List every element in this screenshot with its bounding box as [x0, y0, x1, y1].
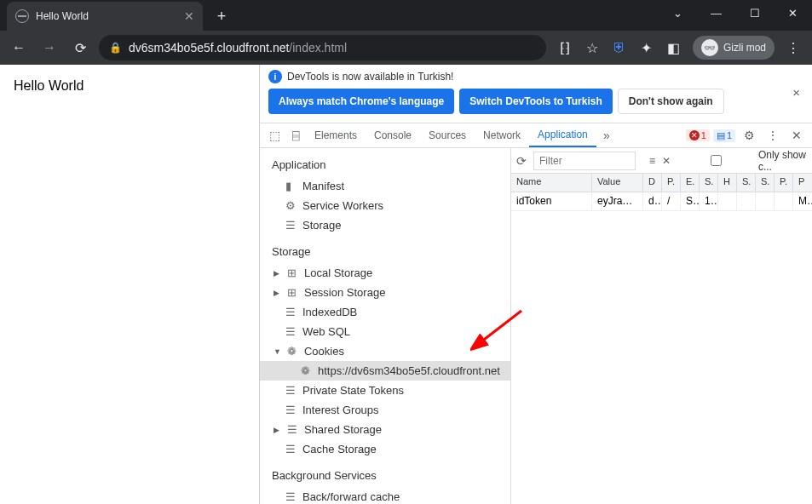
td-p: /: [662, 192, 681, 210]
th-value[interactable]: Value: [592, 174, 643, 192]
tab-network[interactable]: Network: [475, 123, 529, 147]
device-toggle-icon[interactable]: ⌸: [285, 129, 306, 142]
banner-text: DevTools is now available in Turkish!: [287, 71, 453, 83]
translate-icon[interactable]: ⁅⁆: [556, 39, 573, 56]
more-tabs-icon[interactable]: »: [596, 129, 617, 142]
sidebar-back-forward[interactable]: ☰Back/forward cache: [260, 487, 510, 504]
cookie-icon: ❁: [301, 364, 313, 377]
devtools-banner: i DevTools is now available in Turkish! …: [260, 65, 812, 89]
th-p3[interactable]: P: [793, 174, 812, 192]
sidebar-local-storage[interactable]: ▶⊞Local Storage: [260, 263, 510, 283]
arrow-icon: ▶: [274, 426, 282, 434]
td-s2: [737, 192, 756, 210]
error-badge[interactable]: ✕1: [686, 129, 710, 141]
filter-icon[interactable]: ≡: [649, 155, 655, 167]
cookie-icon: ❁: [287, 345, 299, 358]
browser-tab[interactable]: Hello World ✕: [7, 2, 203, 31]
forward-button[interactable]: →: [37, 36, 61, 60]
minimize-icon[interactable]: —: [697, 0, 735, 28]
gear-icon: ⚙: [285, 199, 297, 212]
td-e: S...: [681, 192, 700, 210]
sidebar-interest-groups[interactable]: ☰Interest Groups: [260, 400, 510, 420]
back-button[interactable]: ←: [7, 36, 31, 60]
new-tab-button[interactable]: +: [210, 4, 233, 28]
th-s3[interactable]: S.: [756, 174, 775, 192]
th-e[interactable]: E.: [681, 174, 700, 192]
sidebar-session-storage[interactable]: ▶⊞Session Storage: [260, 283, 510, 302]
tab-console[interactable]: Console: [366, 123, 420, 147]
th-p[interactable]: P.: [662, 174, 681, 192]
banner-close-icon[interactable]: ×: [792, 85, 800, 100]
th-h[interactable]: H: [718, 174, 737, 192]
side-panel-icon[interactable]: ◧: [665, 39, 682, 56]
gear-icon[interactable]: ⚙: [739, 129, 759, 142]
sidebar-shared-storage[interactable]: ▶☰Shared Storage: [260, 420, 510, 439]
th-s2[interactable]: S.: [737, 174, 756, 192]
extensions-icon[interactable]: ✦: [638, 39, 655, 56]
always-match-button[interactable]: Always match Chrome's language: [268, 89, 454, 114]
db-icon: ☰: [285, 306, 297, 318]
arrow-icon: ▼: [274, 347, 282, 356]
td-d: d.: [643, 192, 662, 210]
db-icon: ☰: [285, 443, 297, 455]
td-name: idToken: [511, 192, 592, 210]
chevron-down-icon[interactable]: ⌄: [659, 0, 697, 28]
td-h: [718, 192, 737, 210]
page-text: Hello World: [14, 78, 84, 93]
maximize-icon[interactable]: ☐: [735, 0, 774, 28]
reload-button[interactable]: ⟳: [68, 36, 92, 60]
close-tab-icon[interactable]: ✕: [184, 9, 194, 23]
profile-label: Gizli mod: [723, 42, 766, 54]
th-d[interactable]: D: [643, 174, 662, 192]
th-p2[interactable]: P.: [775, 174, 793, 192]
lock-icon: 🔒: [109, 42, 122, 54]
message-badge[interactable]: ▤1: [713, 129, 735, 142]
storage-icon: ☰: [285, 219, 297, 232]
application-sidebar: Application ▮Manifest ⚙Service Workers ☰…: [260, 148, 511, 504]
inspect-icon[interactable]: ⬚: [265, 129, 285, 142]
filter-input[interactable]: [533, 152, 636, 170]
window-controls: ⌄ — ☐ ✕: [659, 0, 812, 28]
only-show-label: Only show c...: [758, 149, 807, 173]
address-bar[interactable]: 🔒 dv6sm34bo5e5f.cloudfront.net/index.htm…: [99, 35, 546, 60]
sidebar-cache-storage[interactable]: ☰Cache Storage: [260, 439, 510, 459]
sidebar-private-state[interactable]: ☰Private State Tokens: [260, 381, 510, 400]
profile-chip[interactable]: 👓 Gizli mod: [693, 36, 775, 60]
menu-icon[interactable]: ⋮: [785, 39, 802, 56]
clear-icon[interactable]: ✕: [662, 155, 671, 167]
tab-elements[interactable]: Elements: [306, 123, 366, 147]
dont-show-button[interactable]: Don't show again: [618, 89, 724, 114]
table-row[interactable]: idToken eyJraW... d. / S... 1. M.: [511, 192, 812, 211]
url-host: dv6sm34bo5e5f.cloudfront.net: [129, 41, 289, 54]
td-s: 1.: [700, 192, 718, 210]
sidebar-cookies[interactable]: ▼❁Cookies: [260, 341, 510, 361]
refresh-icon[interactable]: ⟳: [516, 154, 527, 168]
sidebar-manifest[interactable]: ▮Manifest: [260, 176, 510, 196]
only-show-checkbox[interactable]: [677, 155, 755, 166]
shield-icon[interactable]: ⛨: [611, 39, 628, 56]
devtools-close-icon[interactable]: ✕: [786, 129, 807, 142]
globe-icon: [15, 9, 29, 23]
sidebar-websql[interactable]: ☰Web SQL: [260, 322, 510, 341]
sidebar-storage[interactable]: ☰Storage: [260, 215, 510, 235]
devtools-panel: i DevTools is now available in Turkish! …: [260, 65, 812, 504]
bookmark-icon[interactable]: ☆: [584, 39, 601, 56]
th-name[interactable]: Name: [511, 174, 592, 192]
db-icon: ☰: [285, 325, 297, 338]
db-icon: ☰: [287, 423, 299, 436]
sidebar-cookie-origin[interactable]: ❁https://dv6sm34bo5e5f.cloudfront.net: [260, 361, 510, 381]
tab-application[interactable]: Application: [529, 123, 596, 147]
section-application: Application: [260, 148, 510, 176]
close-icon[interactable]: ✕: [774, 0, 812, 28]
sidebar-indexeddb[interactable]: ☰IndexedDB: [260, 302, 510, 322]
switch-devtools-button[interactable]: Switch DevTools to Turkish: [459, 89, 613, 114]
tab-sources[interactable]: Sources: [420, 123, 475, 147]
sidebar-service-workers[interactable]: ⚙Service Workers: [260, 196, 510, 215]
td-p3: M.: [793, 192, 812, 210]
section-storage: Storage: [260, 235, 510, 263]
th-s[interactable]: S.: [700, 174, 718, 192]
db-icon: ☰: [285, 384, 297, 397]
kebab-icon[interactable]: ⋮: [763, 129, 783, 142]
storage-icon: ⊞: [287, 286, 299, 299]
arrow-icon: ▶: [274, 289, 282, 297]
